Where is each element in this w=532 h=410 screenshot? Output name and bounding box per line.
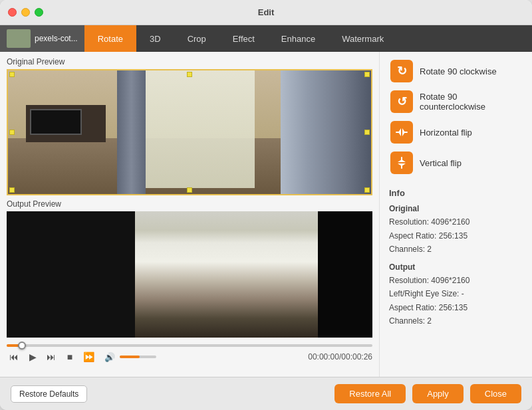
rotate-ccw-icon: ↺ xyxy=(390,90,413,113)
rotate-cw-action[interactable]: ↻ Rotate 90 clockwise xyxy=(389,58,523,84)
window-light xyxy=(146,70,255,188)
restore-all-button[interactable]: Restore All xyxy=(334,384,406,403)
bottom-bar: Restore Defaults Restore All Apply Close xyxy=(0,377,532,410)
rotate-cw-icon: ↻ xyxy=(390,60,413,82)
info-output-eye-size: Left/Right Eye Size: - xyxy=(389,287,523,300)
info-output-label: Output xyxy=(389,260,523,274)
volume-icon[interactable]: 🔊 xyxy=(102,350,117,364)
time-display: 00:00:00/00:00:26 xyxy=(308,352,372,361)
stop-button[interactable]: ■ xyxy=(63,350,77,364)
tab-effect[interactable]: Effect xyxy=(219,25,268,52)
output-content xyxy=(135,211,318,338)
file-thumbnail xyxy=(7,29,31,48)
next-frame-button[interactable]: ⏩ xyxy=(81,350,96,364)
rotate-ccw-label: Rotate 90 counterclockwise xyxy=(420,92,521,112)
volume-area: 🔊 xyxy=(102,350,156,364)
file-tab[interactable]: pexels-cot... xyxy=(0,25,84,52)
tab-watermark[interactable]: Watermark xyxy=(329,25,397,52)
info-section: Info Original Resolution: 4096*2160 Aspe… xyxy=(389,186,523,370)
tab-bar: pexels-cot... Rotate 3D Crop Effect Enha… xyxy=(0,25,532,52)
flip-v-label: Vertical flip xyxy=(420,158,462,168)
progress-knob[interactable] xyxy=(18,342,26,350)
original-preview xyxy=(7,69,372,195)
tab-enhance[interactable]: Enhance xyxy=(268,25,329,52)
main-content: Original Preview xyxy=(0,52,532,377)
playback-controls: ⏮ ▶ ⏭ ■ ⏩ 🔊 00:00:00/00:00:26 xyxy=(7,350,372,364)
progress-track[interactable] xyxy=(7,344,372,347)
output-image xyxy=(7,211,372,338)
info-original-resolution: Resolution: 4096*2160 xyxy=(389,215,523,229)
tv-unit xyxy=(26,105,106,142)
info-output-aspect: Aspect Ratio: 256:135 xyxy=(389,301,523,314)
controls-panel: ↻ Rotate 90 clockwise ↺ Rotate 90 counte… xyxy=(379,52,532,377)
output-preview xyxy=(7,211,372,338)
rotate-ccw-action[interactable]: ↺ Rotate 90 counterclockwise xyxy=(389,89,523,114)
svg-marker-2 xyxy=(398,128,401,136)
title-bar: Edit xyxy=(0,0,532,25)
original-preview-label: Original Preview xyxy=(7,57,372,66)
handle-middle-right[interactable] xyxy=(364,130,370,135)
handle-middle-left[interactable] xyxy=(9,130,15,135)
curtain-right xyxy=(281,70,372,194)
info-original-aspect: Aspect Ratio: 256:135 xyxy=(389,229,523,243)
handle-bottom-center[interactable] xyxy=(187,187,192,193)
output-preview-section: Output Preview xyxy=(7,199,372,338)
handle-bottom-left[interactable] xyxy=(9,187,15,193)
volume-track[interactable] xyxy=(120,356,156,358)
info-title: Info xyxy=(389,186,523,201)
apply-button[interactable]: Apply xyxy=(412,384,464,403)
info-output-channels: Channels: 2 xyxy=(389,314,523,328)
output-preview-label: Output Preview xyxy=(7,199,372,209)
close-button[interactable]: Close xyxy=(470,384,521,403)
skip-start-button[interactable]: ⏮ xyxy=(7,350,21,364)
skip-end-button[interactable]: ⏭ xyxy=(44,350,59,364)
handle-bottom-right[interactable] xyxy=(364,187,370,193)
traffic-lights xyxy=(8,8,43,17)
maximize-traffic-light[interactable] xyxy=(35,8,43,17)
flip-h-icon xyxy=(390,121,413,144)
flip-h-label: Horizontal flip xyxy=(420,128,472,138)
flip-horizontal-action[interactable]: Horizontal flip xyxy=(389,120,523,145)
preview-panel: Original Preview xyxy=(0,52,379,377)
svg-marker-3 xyxy=(402,128,405,136)
close-traffic-light[interactable] xyxy=(8,8,17,17)
rotate-cw-label: Rotate 90 clockwise xyxy=(420,66,497,76)
main-window: Edit pexels-cot... Rotate 3D Crop Effect… xyxy=(0,0,532,410)
tab-crop[interactable]: Crop xyxy=(174,25,219,52)
info-original-channels: Channels: 2 xyxy=(389,243,523,256)
svg-marker-7 xyxy=(398,163,406,166)
progress-area: ⏮ ▶ ⏭ ■ ⏩ 🔊 00:00:00/00:00:26 xyxy=(7,342,372,365)
original-scene xyxy=(8,70,371,194)
minimize-traffic-light[interactable] xyxy=(21,8,30,17)
window-title: Edit xyxy=(258,7,275,17)
curtain-left xyxy=(117,70,146,194)
handle-top-center[interactable] xyxy=(187,72,192,77)
handle-top-right[interactable] xyxy=(364,72,370,77)
play-button[interactable]: ▶ xyxy=(25,350,40,364)
tv-screen xyxy=(30,109,82,135)
handle-top-left[interactable] xyxy=(9,72,15,77)
rotate-actions: ↻ Rotate 90 clockwise ↺ Rotate 90 counte… xyxy=(389,58,523,175)
volume-fill xyxy=(120,356,140,358)
svg-marker-6 xyxy=(398,159,406,162)
flip-vertical-action[interactable]: Vertical flip xyxy=(389,150,523,175)
output-dark-right xyxy=(318,211,373,338)
flip-v-icon xyxy=(390,152,413,174)
tab-3d[interactable]: 3D xyxy=(136,25,174,52)
edit-tabs: Rotate 3D Crop Effect Enhance Watermark xyxy=(84,25,532,52)
info-output-resolution: Resolution: 4096*2160 xyxy=(389,274,523,287)
restore-defaults-button[interactable]: Restore Defaults xyxy=(11,385,87,403)
info-original-label: Original xyxy=(389,202,523,215)
tab-rotate[interactable]: Rotate xyxy=(84,25,136,52)
file-tab-name: pexels-cot... xyxy=(35,34,78,43)
original-preview-section: Original Preview xyxy=(7,57,372,195)
output-dark-left xyxy=(7,211,135,338)
